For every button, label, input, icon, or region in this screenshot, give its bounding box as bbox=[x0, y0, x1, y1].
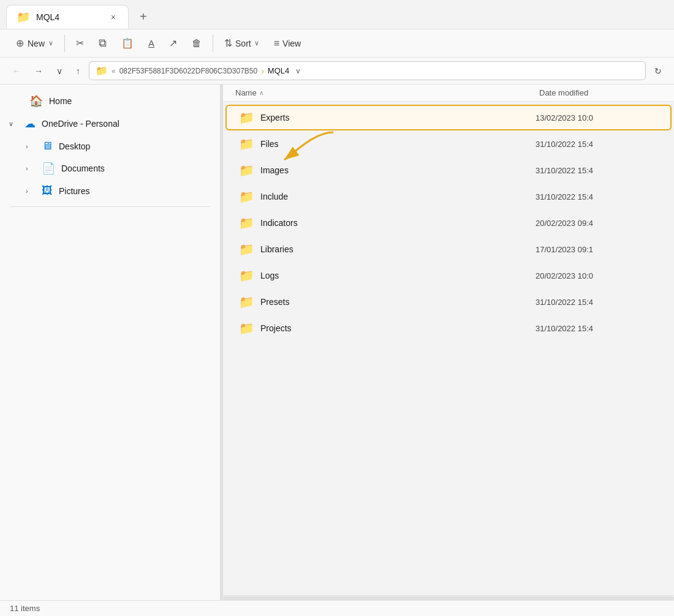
cut-icon: ✂ bbox=[76, 37, 84, 49]
address-dropdown-chevron[interactable]: ∨ bbox=[295, 67, 301, 75]
view-icon: ≡ bbox=[274, 38, 279, 49]
file-name: Indicators bbox=[260, 218, 529, 228]
file-row[interactable]: 📁Presets31/10/2022 15:4 bbox=[225, 289, 672, 315]
file-date: 17/01/2023 09:1 bbox=[536, 245, 658, 254]
sidebar: 🏠 Home ∨ ☁ OneDrive - Personal › 🖥 Deskt… bbox=[0, 85, 221, 600]
expand-down-icon: ∨ bbox=[56, 66, 62, 76]
sort-chevron: ∨ bbox=[254, 39, 259, 47]
file-row[interactable]: 📁Projects31/10/2022 15:4 bbox=[225, 315, 672, 341]
toolbar-separator-2 bbox=[213, 35, 213, 52]
address-bar-area: ← → ∨ ↑ 📁 « 082F53F5881F3D6022DF806C3D30… bbox=[0, 58, 674, 85]
col-name-label: Name bbox=[235, 88, 257, 97]
column-name[interactable]: Name ∧ bbox=[235, 88, 539, 97]
col-sort-icon: ∧ bbox=[259, 89, 263, 96]
tab-folder-icon: 📁 bbox=[17, 10, 30, 24]
sidebar-item-desktop[interactable]: › 🖥 Desktop bbox=[4, 135, 216, 157]
file-name: Images bbox=[260, 165, 529, 175]
address-bar[interactable]: 📁 « 082F53F5881F3D6022DF806C3D307B50 › M… bbox=[89, 61, 646, 80]
sidebar-item-home[interactable]: 🏠 Home bbox=[4, 90, 216, 112]
folder-icon: 📁 bbox=[239, 268, 254, 283]
address-current-folder: MQL4 bbox=[268, 66, 289, 75]
file-name: Files bbox=[260, 139, 529, 149]
file-list: 📁Experts13/02/2023 10:0📁Files31/10/2022 … bbox=[223, 102, 674, 595]
file-name: Libraries bbox=[260, 244, 529, 254]
sidebar-item-onedrive[interactable]: ∨ ☁ OneDrive - Personal bbox=[4, 113, 216, 135]
cut-button[interactable]: ✂ bbox=[70, 34, 90, 53]
address-arrow: › bbox=[261, 66, 264, 76]
expand-down-button[interactable]: ∨ bbox=[51, 63, 67, 79]
sidebar-onedrive-label: OneDrive - Personal bbox=[42, 119, 119, 129]
up-icon: ↑ bbox=[76, 66, 80, 76]
file-row[interactable]: 📁Experts13/02/2023 10:0 bbox=[225, 105, 672, 130]
back-icon: ← bbox=[12, 66, 21, 76]
forward-button[interactable]: → bbox=[29, 63, 48, 79]
paste-icon: 📋 bbox=[121, 37, 134, 49]
home-icon: 🏠 bbox=[29, 94, 43, 108]
folder-icon: 📁 bbox=[239, 163, 254, 178]
documents-icon: 📄 bbox=[42, 162, 55, 175]
share-icon: ↗ bbox=[169, 37, 177, 49]
file-list-header: Name ∧ Date modified bbox=[223, 85, 674, 102]
copy-icon: ⧉ bbox=[99, 37, 107, 50]
rename-button[interactable]: A bbox=[142, 34, 161, 52]
file-date: 20/02/2023 10:0 bbox=[536, 271, 658, 280]
toolbar: ⊕ New ∨ ✂ ⧉ 📋 A ↗ 🗑 ⇅ Sort ∨ ≡ View bbox=[0, 29, 674, 58]
file-row[interactable]: 📁Logs20/02/2023 10:0 bbox=[225, 263, 672, 288]
desktop-icon: 🖥 bbox=[42, 140, 53, 152]
file-row[interactable]: 📁Files31/10/2022 15:4 bbox=[225, 131, 672, 157]
documents-chevron: › bbox=[26, 165, 36, 172]
pictures-icon: 🖼 bbox=[42, 184, 53, 197]
new-label: New bbox=[28, 39, 45, 48]
onedrive-chevron: ∨ bbox=[9, 120, 18, 128]
delete-button[interactable]: 🗑 bbox=[186, 34, 208, 53]
sidebar-pictures-label: Pictures bbox=[59, 186, 90, 196]
back-button[interactable]: ← bbox=[7, 63, 26, 79]
column-date[interactable]: Date modified bbox=[539, 88, 662, 97]
sidebar-item-pictures[interactable]: › 🖼 Pictures bbox=[4, 180, 216, 201]
main-content: 🏠 Home ∨ ☁ OneDrive - Personal › 🖥 Deskt… bbox=[0, 85, 674, 600]
paste-button[interactable]: 📋 bbox=[115, 34, 140, 53]
col-date-label: Date modified bbox=[539, 88, 588, 97]
file-date: 31/10/2022 15:4 bbox=[536, 166, 658, 175]
share-button[interactable]: ↗ bbox=[163, 34, 183, 53]
refresh-icon: ↻ bbox=[654, 66, 662, 76]
sort-label: Sort bbox=[235, 39, 251, 48]
file-row[interactable]: 📁Indicators20/02/2023 09:4 bbox=[225, 210, 672, 236]
new-button[interactable]: ⊕ New ∨ bbox=[10, 34, 59, 53]
horizontal-scrollbar[interactable] bbox=[223, 595, 674, 600]
sidebar-item-documents[interactable]: › 📄 Documents bbox=[4, 157, 216, 179]
delete-icon: 🗑 bbox=[192, 38, 202, 49]
file-panel: Name ∧ Date modified 📁Experts13/02/2023 … bbox=[223, 85, 674, 600]
file-date: 20/02/2023 09:4 bbox=[536, 219, 658, 228]
rename-icon: A bbox=[148, 38, 154, 48]
file-name: Projects bbox=[260, 323, 529, 333]
forward-icon: → bbox=[34, 66, 43, 76]
address-path: 082F53F5881F3D6022DF806C3D307B50 bbox=[119, 67, 258, 75]
sidebar-desktop-label: Desktop bbox=[59, 141, 90, 151]
sort-button[interactable]: ⇅ Sort ∨ bbox=[218, 34, 265, 53]
view-label: View bbox=[282, 39, 301, 48]
file-name: Include bbox=[260, 192, 529, 201]
desktop-chevron: › bbox=[26, 143, 36, 150]
toolbar-separator-1 bbox=[64, 35, 65, 52]
new-icon: ⊕ bbox=[16, 37, 24, 49]
window-tab[interactable]: 📁 MQL4 × bbox=[6, 5, 129, 29]
folder-icon: 📁 bbox=[239, 321, 254, 336]
view-button[interactable]: ≡ View bbox=[268, 34, 307, 53]
address-separator-1: « bbox=[112, 67, 116, 75]
sidebar-divider bbox=[10, 206, 210, 207]
file-row[interactable]: 📁Include31/10/2022 15:4 bbox=[225, 184, 672, 209]
file-date: 31/10/2022 15:4 bbox=[536, 298, 658, 307]
copy-button[interactable]: ⧉ bbox=[93, 33, 113, 53]
file-name: Logs bbox=[260, 271, 529, 280]
status-text: 11 items bbox=[10, 604, 40, 613]
file-row[interactable]: 📁Images31/10/2022 15:4 bbox=[225, 157, 672, 183]
file-name: Presets bbox=[260, 297, 529, 307]
refresh-button[interactable]: ↻ bbox=[649, 63, 667, 79]
tab-close-button[interactable]: × bbox=[108, 11, 118, 23]
file-row[interactable]: 📁Libraries17/01/2023 09:1 bbox=[225, 236, 672, 262]
folder-icon: 📁 bbox=[239, 295, 254, 309]
new-tab-button[interactable]: + bbox=[134, 7, 153, 26]
up-button[interactable]: ↑ bbox=[71, 63, 85, 79]
folder-icon: 📁 bbox=[239, 110, 254, 125]
